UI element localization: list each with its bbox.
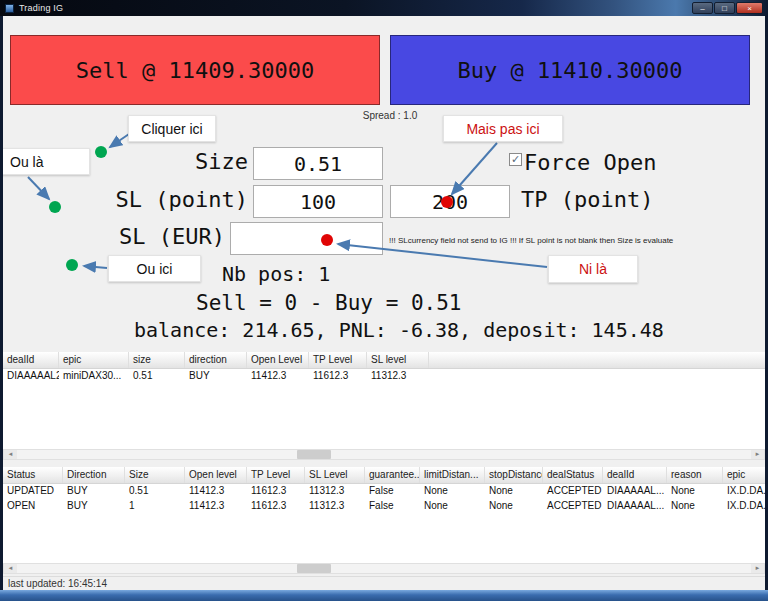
cell: 11612.3	[247, 484, 305, 499]
size-label: Size	[148, 149, 248, 174]
cell: 11312.3	[305, 499, 365, 514]
window-border-bottom	[0, 590, 768, 601]
column-header[interactable]: guarantee...	[365, 467, 420, 483]
deal-status-table-header: Status Direction Size Open level TP Leve…	[3, 467, 765, 484]
app-window: Trading IG – □ × Sell @ 11409.30000 Buy …	[0, 0, 768, 601]
spread-label: Spread : 1.0	[330, 110, 450, 121]
cell: 0.51	[125, 484, 185, 499]
column-header[interactable]: Status	[3, 467, 63, 483]
annotation-cliquer-ici: Cliquer ici	[128, 115, 216, 142]
window-controls: – □ ×	[692, 2, 763, 14]
last-updated-label: last updated: 16:45:14	[8, 578, 107, 589]
scroll-right-icon[interactable]: ►	[751, 564, 764, 573]
window-title: Trading IG	[19, 3, 63, 13]
cell: DIAAAAAL...	[603, 499, 667, 514]
scroll-left-icon[interactable]: ◄	[4, 564, 17, 573]
cell: IX.D.DA...	[723, 484, 765, 499]
table-row[interactable]: UPDATED BUY 0.51 11412.3 11612.3 11312.3…	[3, 484, 765, 499]
positions-table: dealId epic size direction Open Level TP…	[3, 352, 765, 449]
sell-buy-summary: Sell = 0 - Buy = 0.51	[196, 291, 462, 315]
column-header[interactable]: epic	[723, 467, 765, 483]
annotation-mais-pas-ici: Mais pas ici	[443, 115, 563, 142]
cell: None	[667, 484, 723, 499]
table-row[interactable]: DIAAAAAL2... miniDAX30... 0.51 BUY 11412…	[3, 369, 765, 384]
column-header[interactable]: Open Level	[247, 352, 309, 368]
column-header[interactable]: stopDistance	[485, 467, 543, 483]
nb-positions-label: Nb pos: 1	[222, 262, 330, 286]
annotation-ou-la: Ou là	[2, 148, 90, 175]
column-header[interactable]: epic	[59, 352, 129, 368]
cell: OPEN	[3, 499, 63, 514]
cell: DIAAAAAL2...	[3, 369, 59, 384]
cell: BUY	[185, 369, 247, 384]
column-header-filler	[429, 352, 765, 368]
cell: ACCEPTED	[543, 484, 603, 499]
size-input[interactable]	[253, 147, 383, 180]
force-open-label: Force Open	[524, 150, 656, 175]
column-header[interactable]: direction	[185, 352, 247, 368]
column-header[interactable]: SL Level	[305, 467, 365, 483]
status-horizontal-scrollbar[interactable]: ◄ ►	[3, 563, 765, 574]
balance-line: balance: 214.65, PNL: -6.38, deposit: 14…	[134, 318, 664, 342]
sl-eur-input[interactable]	[230, 222, 383, 255]
table-row[interactable]: OPEN BUY 1 11412.3 11612.3 11312.3 False…	[3, 499, 765, 514]
column-header[interactable]: dealId	[603, 467, 667, 483]
cell: miniDAX30...	[59, 369, 129, 384]
sl-point-input[interactable]	[253, 185, 383, 218]
scroll-right-icon[interactable]: ►	[751, 450, 764, 459]
app-icon	[5, 4, 14, 13]
annotation-ni-la: Ni là	[548, 255, 638, 283]
force-open-checkbox[interactable]: ✓	[509, 153, 522, 166]
scrollbar-track[interactable]	[17, 450, 751, 459]
cell: 11312.3	[305, 484, 365, 499]
scroll-left-icon[interactable]: ◄	[4, 450, 17, 459]
buy-button[interactable]: Buy @ 11410.30000	[390, 35, 750, 105]
minimize-button[interactable]: –	[692, 2, 713, 14]
scrollbar-track[interactable]	[17, 564, 751, 573]
column-header[interactable]: Direction	[63, 467, 125, 483]
column-header[interactable]: dealStatus	[543, 467, 603, 483]
cell: None	[485, 499, 543, 514]
column-header[interactable]: reason	[667, 467, 723, 483]
cell: 11612.3	[309, 369, 367, 384]
window-border-left	[0, 16, 3, 590]
cell: UPDATED	[3, 484, 63, 499]
cell: 11312.3	[367, 369, 429, 384]
maximize-button[interactable]: □	[714, 2, 735, 14]
title-bar: Trading IG – □ ×	[0, 0, 768, 16]
cell: DIAAAAAL...	[603, 484, 667, 499]
cell: None	[420, 484, 485, 499]
cell: False	[365, 499, 420, 514]
cell: None	[667, 499, 723, 514]
column-header[interactable]: size	[129, 352, 185, 368]
positions-table-header: dealId epic size direction Open Level TP…	[3, 352, 765, 369]
green-marker-dot	[95, 146, 107, 158]
column-header[interactable]: dealId	[3, 352, 59, 368]
cell: 11412.3	[247, 369, 309, 384]
cell: 0.51	[129, 369, 185, 384]
cell: IX.D.DA...	[723, 499, 765, 514]
column-header[interactable]: Size	[125, 467, 185, 483]
scrollbar-thumb[interactable]	[297, 450, 331, 459]
status-bar: last updated: 16:45:14	[3, 576, 765, 590]
annotation-ou-ici: Ou ici	[108, 255, 201, 282]
scrollbar-thumb[interactable]	[297, 564, 331, 573]
column-header[interactable]: limitDistan...	[420, 467, 485, 483]
column-header[interactable]: Open level	[185, 467, 247, 483]
positions-horizontal-scrollbar[interactable]: ◄ ►	[3, 449, 765, 460]
cell: ACCEPTED	[543, 499, 603, 514]
green-marker-dot	[49, 201, 61, 213]
cell: 11612.3	[247, 499, 305, 514]
column-header[interactable]: TP Level	[309, 352, 367, 368]
sl-point-label: SL (point)	[100, 187, 248, 212]
sell-button[interactable]: Sell @ 11409.30000	[10, 35, 380, 105]
cell: 1	[125, 499, 185, 514]
cell: None	[420, 499, 485, 514]
column-header[interactable]: TP Level	[247, 467, 305, 483]
column-header[interactable]: SL level	[367, 352, 429, 368]
deal-status-table: Status Direction Size Open level TP Leve…	[3, 467, 765, 563]
cell: BUY	[63, 484, 125, 499]
sl-eur-label: SL (EUR)	[100, 224, 225, 249]
red-marker-dot	[441, 196, 453, 208]
close-button[interactable]: ×	[736, 2, 763, 14]
